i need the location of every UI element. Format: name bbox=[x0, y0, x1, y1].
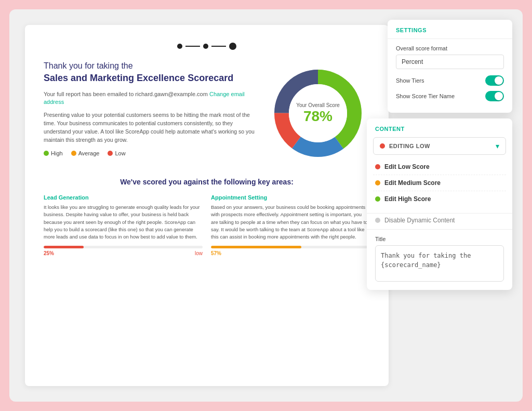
area-card-lead-gen: Lead Generation It looks like you are st… bbox=[44, 194, 203, 256]
progress-fill-appt bbox=[211, 246, 301, 248]
legend: High Average Low bbox=[44, 150, 256, 156]
key-areas-title: We've scored you against the following k… bbox=[44, 178, 370, 186]
disable-dot bbox=[375, 218, 380, 223]
content-title: CONTENT bbox=[375, 126, 504, 132]
legend-dot-low bbox=[108, 151, 113, 156]
score-option-label-medium: Edit Medium Score bbox=[384, 179, 441, 187]
progress-tier-lead-gen: low bbox=[195, 250, 203, 256]
headline-regular: Thank you for taking the bbox=[44, 61, 256, 71]
legend-low: Low bbox=[108, 150, 125, 156]
score-option-dot-medium bbox=[375, 180, 380, 185]
donut-label: Your Overall Score bbox=[296, 102, 340, 108]
overall-score-format-row: Overall score format Percent Points bbox=[396, 45, 504, 69]
title-section: Title Thank you for taking the {scorecar… bbox=[367, 229, 512, 290]
dropdown-arrow-icon: ▾ bbox=[496, 142, 499, 150]
email-line: Your full report has been emailed to ric… bbox=[44, 90, 256, 107]
show-score-tier-name-row: Show Score Tier Name bbox=[396, 91, 504, 101]
show-tiers-row: Show Tiers bbox=[396, 75, 504, 86]
progress-fill-lead-gen bbox=[44, 246, 84, 248]
overall-score-format-select[interactable]: Percent Points bbox=[396, 55, 504, 69]
areas-grid: Lead Generation It looks like you are st… bbox=[44, 194, 370, 256]
toggle-knob-tier-name bbox=[495, 92, 503, 100]
headline-bold: Sales and Marketing Excellence Scorecard bbox=[44, 73, 256, 84]
progress-percent-lead-gen: 25% bbox=[44, 250, 54, 256]
editing-label: EDITING LOW bbox=[389, 143, 496, 149]
editing-dropdown[interactable]: EDITING LOW ▾ bbox=[373, 137, 506, 155]
disable-option[interactable]: Disable Dynamic Content bbox=[367, 213, 512, 229]
toggle-knob-tiers bbox=[495, 76, 503, 85]
logo-dot-1 bbox=[177, 44, 182, 49]
area-desc-appt: Based on your answers, your business cou… bbox=[211, 204, 370, 241]
logo-dot-2 bbox=[203, 44, 208, 49]
donut-center: Your Overall Score 78% bbox=[296, 102, 340, 125]
settings-panel: SETTINGS Overall score format Percent Po… bbox=[388, 20, 512, 113]
show-score-tier-name-toggle[interactable] bbox=[485, 91, 504, 101]
progress-percent-appt: 57% bbox=[211, 250, 221, 256]
progress-bar-appt bbox=[211, 246, 370, 248]
legend-high: High bbox=[44, 150, 63, 156]
score-option-high[interactable]: Edit High Score bbox=[373, 191, 506, 207]
legend-average: Average bbox=[71, 150, 100, 156]
title-textarea[interactable]: Thank you for taking the {scorecard_name… bbox=[375, 245, 504, 282]
description-text: Presenting value to your potential custo… bbox=[44, 111, 256, 144]
logo-icon bbox=[177, 43, 236, 50]
score-option-label-high: Edit High Score bbox=[384, 195, 431, 203]
progress-labels-appt: 57% bbox=[211, 250, 370, 256]
editing-dot bbox=[380, 143, 385, 149]
outer-wrapper: Thank you for taking the Sales and Marke… bbox=[9, 9, 523, 402]
email-text: Your full report has been emailed to ric… bbox=[44, 91, 208, 97]
settings-header: SETTINGS bbox=[388, 20, 512, 39]
legend-dot-high bbox=[44, 151, 49, 156]
content-header: CONTENT bbox=[367, 118, 512, 137]
score-option-medium[interactable]: Edit Medium Score bbox=[373, 175, 506, 191]
logo-line bbox=[185, 46, 200, 47]
logo-dot-3 bbox=[229, 43, 236, 50]
score-option-dot-high bbox=[375, 196, 380, 202]
area-name-appt: Appointment Setting bbox=[211, 194, 370, 201]
score-option-dot-low bbox=[375, 164, 380, 169]
progress-bar-lead-gen bbox=[44, 246, 203, 248]
settings-body: Overall score format Percent Points Show… bbox=[388, 39, 512, 113]
show-score-tier-name-label: Show Score Tier Name bbox=[396, 93, 455, 99]
score-option-label-low: Edit Low Score bbox=[384, 163, 430, 170]
score-option-low[interactable]: Edit Low Score bbox=[373, 159, 506, 175]
legend-label-low: Low bbox=[115, 150, 125, 156]
area-name-lead-gen: Lead Generation bbox=[44, 194, 203, 201]
show-tiers-toggle[interactable] bbox=[485, 75, 504, 86]
score-options-list: Edit Low Score Edit Medium Score Edit Hi… bbox=[367, 155, 512, 211]
scorecard-panel: Thank you for taking the Sales and Marke… bbox=[25, 25, 389, 386]
legend-dot-average bbox=[71, 151, 76, 156]
progress-labels-lead-gen: 25% low bbox=[44, 250, 203, 256]
settings-title: SETTINGS bbox=[396, 27, 504, 33]
title-section-label: Title bbox=[375, 236, 504, 242]
overall-score-format-label: Overall score format bbox=[396, 45, 504, 51]
legend-label-high: High bbox=[51, 150, 63, 156]
area-card-appt: Appointment Setting Based on your answer… bbox=[211, 194, 370, 256]
left-text: Thank you for taking the Sales and Marke… bbox=[44, 61, 256, 156]
legend-label-average: Average bbox=[78, 150, 100, 156]
top-section: Thank you for taking the Sales and Marke… bbox=[44, 61, 370, 165]
logo-line-2 bbox=[211, 46, 226, 47]
logo-area bbox=[44, 42, 370, 51]
content-panel: CONTENT EDITING LOW ▾ Edit Low Score Edi… bbox=[367, 118, 512, 290]
donut-chart: Your Overall Score 78% bbox=[266, 61, 370, 165]
area-desc-lead-gen: It looks like you are struggling to gene… bbox=[44, 204, 203, 241]
disable-label: Disable Dynamic Content bbox=[384, 217, 455, 224]
donut-score: 78% bbox=[296, 108, 340, 125]
show-tiers-label: Show Tiers bbox=[396, 77, 424, 84]
